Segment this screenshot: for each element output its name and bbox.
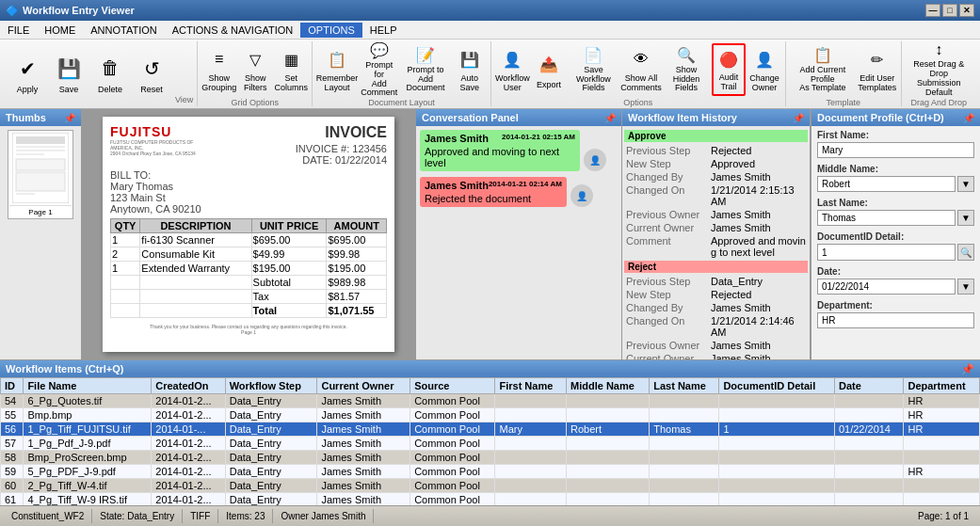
save-button[interactable]: 💾 Save [49, 48, 88, 101]
workflow-table-container[interactable]: ID File Name CreatedOn Workflow Step Cur… [0, 377, 980, 505]
table-cell: 6_Pg_Quotes.tif [24, 394, 152, 408]
save-icon: 💾 [54, 54, 84, 84]
prompt-doc-button[interactable]: 📝 Prompt to AddDocument [401, 43, 451, 96]
auto-save-button[interactable]: 💾 AutoSave [453, 43, 487, 96]
reset-button[interactable]: ↺ Reset [132, 48, 171, 101]
prompt-comment-button[interactable]: 💬 Prompt forAddComment [360, 43, 399, 96]
table-cell: 2014-01-2... [152, 394, 225, 408]
delete-button[interactable]: 🗑 Delete [90, 48, 130, 101]
date-field: Date: ▼ [817, 266, 974, 295]
menu-home[interactable]: HOME [37, 23, 83, 38]
workflow-user-button[interactable]: 👤 WorkflowUser [495, 43, 530, 96]
table-cell: 01/22/2014 [834, 422, 904, 437]
col-id[interactable]: ID [1, 378, 24, 394]
show-hidden-fields-button[interactable]: 🔍 Show HiddenFields [663, 43, 710, 96]
delete-icon: 🗑 [95, 54, 125, 84]
col-date[interactable]: Date [834, 378, 904, 394]
table-cell: Common Pool [410, 422, 495, 437]
first-name-input[interactable] [817, 142, 974, 158]
menu-help[interactable]: HELP [362, 23, 405, 38]
table-cell: 57 [1, 437, 24, 451]
export-button[interactable]: 📤 Export [532, 43, 566, 96]
table-cell: 2014-01-2... [152, 408, 225, 422]
doc-profile-pin[interactable]: 📌 [963, 113, 974, 123]
col-docid[interactable]: DocumentID Detail [719, 378, 835, 394]
table-row[interactable]: 55Bmp.bmp2014-01-2...Data_EntryJames Smi… [1, 408, 980, 422]
history-pin[interactable]: 📌 [793, 113, 804, 123]
thumb-item[interactable]: Page 1 [8, 130, 73, 219]
col-owner[interactable]: Current Owner [317, 378, 410, 394]
history-new-step-1: New StepApproved [624, 157, 808, 170]
remember-layout-button[interactable]: 📋 RememberLayout [316, 43, 358, 96]
apply-button[interactable]: ✔ Apply [8, 48, 47, 101]
table-row[interactable]: 561_Pg_Tiff_FUJITSU.tif2014-01-...Data_E… [1, 422, 980, 437]
show-all-comments-button[interactable]: 👁 Show AllComments [621, 43, 661, 96]
col-filename[interactable]: File Name [24, 378, 152, 394]
conversation-pin[interactable]: 📌 [604, 113, 616, 123]
middle-name-dropdown[interactable]: ▼ [957, 176, 974, 192]
invoice-info: INVOICE INVOICE #: 123456 DATE: 01/22/20… [296, 124, 387, 166]
table-cell: 4_Pg_Tiff_W-9 IRS.tif [24, 493, 152, 506]
table-row[interactable]: 602_Pg_Tiff_W-4.tif2014-01-2...Data_Entr… [1, 479, 980, 493]
table-row[interactable]: 595_Pg_PDF_J-9.pdf2014-01-2...Data_Entry… [1, 465, 980, 479]
table-cell [495, 394, 567, 408]
table-header-row: ID File Name CreatedOn Workflow Step Cur… [1, 378, 980, 394]
menu-file[interactable]: FILE [0, 23, 37, 38]
save-workflow-icon: 📄 [578, 46, 608, 64]
col-middlename[interactable]: Middle Name [567, 378, 650, 394]
menu-options[interactable]: OPTIONS [300, 23, 362, 38]
table-cell [495, 451, 567, 465]
col-step[interactable]: Workflow Step [225, 378, 317, 394]
audit-trail-button[interactable]: 🔴 AuditTrail [712, 43, 746, 96]
close-btn[interactable]: ✕ [959, 4, 974, 17]
col-dept[interactable]: Department [904, 378, 980, 394]
date-input[interactable] [817, 279, 956, 295]
edit-templates-button[interactable]: ✏ Edit UserTemplates [858, 43, 897, 96]
last-name-dropdown[interactable]: ▼ [957, 210, 974, 226]
show-filters-button[interactable]: ▽ ShowFilters [238, 43, 272, 96]
add-profile-icon: 📋 [808, 46, 838, 64]
table-cell: Common Pool [410, 465, 495, 479]
menu-annotation[interactable]: ANNOTATION [83, 23, 164, 38]
minimize-btn[interactable]: — [925, 4, 940, 17]
table-row[interactable]: 614_Pg_Tiff_W-9 IRS.tif2014-01-2...Data_… [1, 493, 980, 506]
set-columns-button[interactable]: ▦ SetColumns [274, 43, 308, 96]
menu-actions[interactable]: ACTIONS & NAVIGATION [165, 23, 301, 38]
table-cell [719, 408, 835, 422]
history-changed-by-2: Changed ByJames Smith [624, 301, 808, 314]
table-cell: Common Pool [410, 479, 495, 493]
table-cell [495, 479, 567, 493]
maximize-btn[interactable]: □ [942, 4, 957, 17]
col-createdon[interactable]: CreatedOn [152, 378, 225, 394]
date-dropdown[interactable]: ▼ [957, 279, 974, 295]
apply-icon: ✔ [12, 54, 42, 84]
table-cell [650, 394, 719, 408]
table-cell [567, 437, 650, 451]
thumbs-pin[interactable]: 📌 [64, 113, 75, 123]
workflow-table-pin[interactable]: 📌 [961, 363, 974, 375]
history-changed-on-1: Changed On1/21/2014 2:15:13 AM [624, 183, 808, 208]
save-workflow-button[interactable]: 📄 Save WorkflowFields [568, 43, 619, 96]
status-constituent: Constituent_WF2 [4, 509, 92, 523]
table-cell: Bmp_ProScreen.bmp [24, 451, 152, 465]
department-input[interactable] [817, 312, 974, 328]
table-cell: 5_Pg_PDF_J-9.pdf [24, 465, 152, 479]
col-firstname[interactable]: First Name [495, 378, 567, 394]
change-owner-button[interactable]: 👤 ChangeOwner [747, 43, 781, 96]
table-row[interactable]: 546_Pg_Quotes.tif2014-01-2...Data_EntryJ… [1, 394, 980, 408]
reset-drag-drop-button[interactable]: ↕ Reset Drag & DropSubmission Default [906, 43, 972, 96]
add-profile-template-button[interactable]: 📋 Add Current ProfileAs Template [790, 43, 856, 96]
table-row[interactable]: 58Bmp_ProScreen.bmp2014-01-2...Data_Entr… [1, 451, 980, 465]
show-grouping-button[interactable]: ≡ ShowGrouping [201, 43, 236, 96]
table-row[interactable]: 571_Pg_Pdf_J-9.pdf2014-01-2...Data_Entry… [1, 437, 980, 451]
middle-name-input[interactable] [817, 176, 956, 192]
doc-id-search-btn[interactable]: 🔍 [957, 244, 974, 261]
thumb-label: Page 1 [26, 206, 54, 218]
app-icon: 🔷 [6, 5, 19, 17]
last-name-input[interactable] [817, 210, 956, 226]
doc-id-input[interactable] [817, 244, 956, 261]
table-cell: 59 [1, 465, 24, 479]
col-source[interactable]: Source [410, 378, 495, 394]
table-cell: Data_Entry [225, 422, 317, 437]
col-lastname[interactable]: Last Name [650, 378, 719, 394]
